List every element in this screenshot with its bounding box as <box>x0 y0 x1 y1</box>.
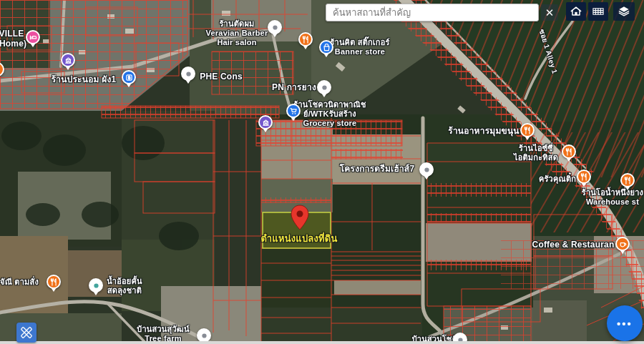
marker-food-top[interactable] <box>298 32 313 51</box>
parcel-pin-marker[interactable] <box>291 205 309 233</box>
bed-icon <box>29 34 37 41</box>
grid-icon <box>591 4 605 19</box>
layers-button[interactable] <box>613 2 635 21</box>
dot-icon <box>423 166 431 174</box>
dot-icon <box>92 282 100 290</box>
restaurant-icon <box>624 177 632 185</box>
marker-coffee-restaurant[interactable] <box>615 237 630 255</box>
dot-icon <box>271 24 279 31</box>
marker-grocery-store[interactable] <box>286 104 301 122</box>
marker-grocery-civic[interactable] <box>258 115 273 134</box>
close-search-button[interactable]: ✕ <box>541 4 558 21</box>
restaurant-icon <box>0 66 1 74</box>
building-icon <box>262 119 270 127</box>
marker-pn-karnyang[interactable] <box>317 80 331 99</box>
marker-ville-home[interactable] <box>26 30 40 49</box>
shop-icon <box>323 44 331 51</box>
restaurant-icon <box>565 148 573 156</box>
marker-pranorm-shop[interactable] <box>122 70 136 89</box>
coffee-icon <box>619 240 627 248</box>
marker-dreamhouse7[interactable] <box>419 162 434 181</box>
marker-sugarcane-juice[interactable] <box>89 278 103 297</box>
building-icon <box>64 56 72 64</box>
map-viewport[interactable]: VILLE(Home)ร้านประนอม ผัง1ร้านตัดผมVerav… <box>0 0 644 344</box>
layers-icon <box>617 4 631 19</box>
marker-icezy[interactable] <box>562 144 576 163</box>
marker-krua-khun-tik[interactable] <box>577 169 591 188</box>
draw-tools-icon <box>19 325 34 340</box>
draw-tools-button[interactable] <box>16 323 36 343</box>
marker-pranorm-civic[interactable] <box>61 53 75 72</box>
restaurant-icon <box>50 278 58 286</box>
ellipsis-icon: ••• <box>617 318 633 330</box>
pin-icon <box>291 205 309 230</box>
cart-icon <box>290 107 298 115</box>
marker-veravian-barber[interactable] <box>268 20 282 39</box>
restaurant-icon <box>580 173 588 181</box>
baht-icon <box>125 74 133 82</box>
marker-moom-kanun[interactable] <box>520 123 535 142</box>
marker-phe-cons[interactable] <box>181 67 195 85</box>
grid-button[interactable] <box>588 2 608 21</box>
dot-icon <box>200 332 208 340</box>
marker-right-edge-food[interactable] <box>620 173 635 192</box>
search-input[interactable] <box>326 4 539 21</box>
restaurant-icon <box>302 36 310 44</box>
close-icon: ✕ <box>545 7 555 18</box>
restaurant-icon <box>524 127 532 134</box>
bottom-bar <box>0 341 644 344</box>
marker-banner-store[interactable] <box>319 40 333 59</box>
dot-icon <box>185 70 192 78</box>
dot-icon <box>321 84 328 92</box>
search-bar <box>326 4 539 21</box>
home-button[interactable] <box>566 2 586 21</box>
marker-tamsang-food[interactable] <box>47 275 61 293</box>
home-icon <box>569 4 583 19</box>
more-options-fab[interactable]: ••• <box>607 305 643 341</box>
marker-left-edge-food[interactable] <box>0 62 4 81</box>
